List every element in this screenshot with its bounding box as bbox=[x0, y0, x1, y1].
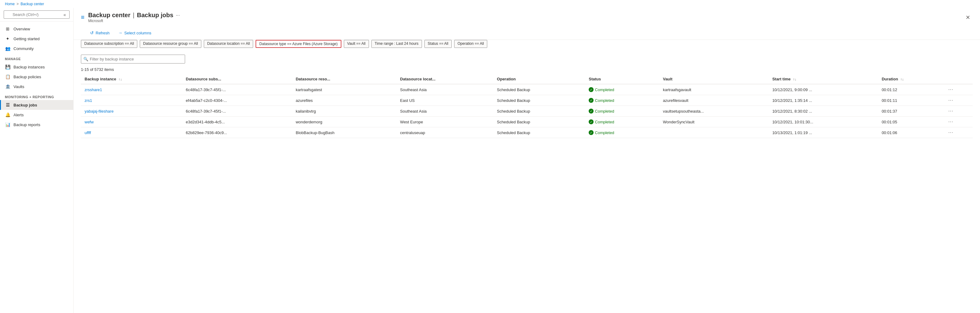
backup-instance-search[interactable] bbox=[81, 54, 185, 64]
cell-start-time: 10/12/2021, 9:00:09 ... bbox=[768, 84, 878, 95]
filter-operation[interactable]: Operation == All bbox=[454, 40, 487, 48]
refresh-button[interactable]: ↺ Refresh bbox=[88, 29, 111, 37]
table-header: Backup instance ↑↓ Datasource subs... Da… bbox=[81, 74, 973, 84]
col-datasource-subs[interactable]: Datasource subs... bbox=[182, 74, 292, 84]
sidebar-item-backup-policies[interactable]: 📋 Backup policies bbox=[0, 72, 73, 81]
cell-datasource-subs: 6c48fa17-39c7-45f1-... bbox=[182, 106, 292, 117]
cell-more[interactable]: ··· bbox=[945, 127, 973, 138]
sidebar-nav: ⊞ Overview ✦ Getting started 👥 Community… bbox=[0, 21, 73, 313]
community-icon: 👥 bbox=[5, 46, 10, 51]
col-actions bbox=[945, 74, 973, 84]
cell-status: ✓ Completed bbox=[585, 106, 659, 117]
sidebar-item-vaults[interactable]: 🏦 Vaults bbox=[0, 81, 73, 91]
cell-datasource-locat: centraluseuap bbox=[396, 127, 493, 138]
app-container: Home > Backup center 🔍 « ⊞ Overview ✦ bbox=[0, 0, 980, 313]
cell-operation: Scheduled Backup bbox=[493, 117, 585, 127]
table-row[interactable]: zrsshare1 6c48fa17-39c7-45f1-... kartraa… bbox=[81, 84, 973, 95]
filter-datasource-location[interactable]: Datasource location == All bbox=[204, 40, 253, 48]
cell-start-time: 10/12/2021, 10:01:30... bbox=[768, 117, 878, 127]
cell-more[interactable]: ··· bbox=[945, 84, 973, 95]
col-duration[interactable]: Duration ↑↓ bbox=[878, 74, 945, 84]
cell-more[interactable]: ··· bbox=[945, 95, 973, 106]
cell-datasource-locat: East US bbox=[396, 95, 493, 106]
breadcrumb-current[interactable]: Backup center bbox=[21, 2, 44, 6]
cell-datasource-reso: azurefiles bbox=[292, 95, 396, 106]
sidebar-item-label: Backup policies bbox=[13, 75, 41, 79]
cell-start-time: 10/12/2021, 1:35:14 ... bbox=[768, 95, 878, 106]
refresh-label: Refresh bbox=[95, 31, 110, 35]
sidebar-item-backup-instances[interactable]: 💾 Backup instances bbox=[0, 62, 73, 72]
filter-datasource-subscription[interactable]: Datasource subscription == All bbox=[81, 40, 137, 48]
sidebar-item-label: Community bbox=[13, 46, 34, 51]
status-label: Completed bbox=[595, 98, 614, 103]
cell-more[interactable]: ··· bbox=[945, 117, 973, 127]
sort-icon: ↑↓ bbox=[119, 77, 122, 81]
row-more-button[interactable]: ··· bbox=[948, 87, 953, 92]
select-columns-button[interactable]: → Select columns bbox=[116, 29, 153, 37]
sidebar-item-community[interactable]: 👥 Community bbox=[0, 43, 73, 53]
col-operation[interactable]: Operation bbox=[493, 74, 585, 84]
vaults-icon: 🏦 bbox=[5, 84, 10, 89]
cell-operation: Scheduled Backup bbox=[493, 106, 585, 117]
cell-datasource-locat: Southeast Asia bbox=[396, 106, 493, 117]
cell-backup-instance: zrs1 bbox=[81, 95, 182, 106]
cell-datasource-subs: ef4ab5a7-c2c0-4304-... bbox=[182, 95, 292, 106]
sidebar-item-label: Vaults bbox=[13, 85, 24, 89]
row-more-button[interactable]: ··· bbox=[948, 130, 953, 135]
main-layout: 🔍 « ⊞ Overview ✦ Getting started 👥 Commu… bbox=[0, 8, 980, 313]
filters-bar: Datasource subscription == All Datasourc… bbox=[73, 40, 980, 51]
col-backup-instance[interactable]: Backup instance ↑↓ bbox=[81, 74, 182, 84]
breadcrumb-home[interactable]: Home bbox=[5, 2, 15, 6]
cell-status: ✓ Completed bbox=[585, 127, 659, 138]
table-row[interactable]: wefw e3d2d341-4ddb-4c5... wonderdemorg W… bbox=[81, 117, 973, 127]
col-datasource-reso[interactable]: Datasource reso... bbox=[292, 74, 396, 84]
breadcrumb: Home > Backup center bbox=[0, 0, 980, 8]
page-header-top: ≡ Backup center | Backup jobs ··· Micros… bbox=[81, 12, 973, 26]
filter-datasource-resource-group[interactable]: Datasource resource group == All bbox=[140, 40, 201, 48]
sidebar-item-alerts[interactable]: 🔔 Alerts bbox=[0, 110, 73, 120]
monitoring-section-label: Monitoring + reporting bbox=[0, 91, 73, 100]
table-row[interactable]: yabajaj-fileshare 6c48fa17-39c7-45f1-...… bbox=[81, 106, 973, 117]
cell-duration: 00:01:12 bbox=[878, 84, 945, 95]
cell-backup-instance: wefw bbox=[81, 117, 182, 127]
filter-status[interactable]: Status == All bbox=[425, 40, 452, 48]
sidebar-item-backup-reports[interactable]: 📊 Backup reports bbox=[0, 120, 73, 129]
close-button[interactable]: ✕ bbox=[963, 13, 973, 22]
page-title: Backup center bbox=[88, 12, 130, 19]
search-input[interactable] bbox=[4, 10, 70, 19]
filter-datasource-type[interactable]: Datasource type == Azure Files (Azure St… bbox=[256, 40, 341, 48]
row-more-button[interactable]: ··· bbox=[948, 97, 953, 103]
toolbar: ↺ Refresh → Select columns bbox=[81, 26, 973, 40]
table-row[interactable]: uffff 62b829ee-7936-40c9... BlobBackup-B… bbox=[81, 127, 973, 138]
content-search-icon: 🔍 bbox=[83, 57, 88, 61]
cell-datasource-reso: kailanibvtrg bbox=[292, 106, 396, 117]
sidebar: 🔍 « ⊞ Overview ✦ Getting started 👥 Commu… bbox=[0, 8, 73, 313]
collapse-icon[interactable]: « bbox=[64, 12, 66, 17]
cell-operation: Scheduled Backup bbox=[493, 84, 585, 95]
cell-vault: kartraafsgavault bbox=[659, 84, 768, 95]
status-label: Completed bbox=[595, 109, 614, 113]
col-start-time[interactable]: Start time ↑↓ bbox=[768, 74, 878, 84]
sidebar-item-overview[interactable]: ⊞ Overview bbox=[0, 24, 73, 34]
col-status[interactable]: Status bbox=[585, 74, 659, 84]
cell-more[interactable]: ··· bbox=[945, 106, 973, 117]
col-datasource-locat[interactable]: Datasource locat... bbox=[396, 74, 493, 84]
col-vault[interactable]: Vault bbox=[659, 74, 768, 84]
table-row[interactable]: zrs1 ef4ab5a7-c2c0-4304-... azurefiles E… bbox=[81, 95, 973, 106]
sort-icon: ↑↓ bbox=[793, 77, 797, 81]
header-icon: ≡ bbox=[81, 14, 84, 21]
row-more-button[interactable]: ··· bbox=[948, 119, 953, 124]
header-more-button[interactable]: ··· bbox=[176, 13, 180, 18]
row-more-button[interactable]: ··· bbox=[948, 108, 953, 113]
items-count: 1-15 of 5732 items bbox=[73, 66, 980, 74]
sidebar-item-backup-jobs[interactable]: ☰ Backup jobs bbox=[0, 100, 73, 110]
filter-vault[interactable]: Vault == All bbox=[344, 40, 369, 48]
filter-time-range[interactable]: Time range : Last 24 hours bbox=[371, 40, 422, 48]
content-search: 🔍 bbox=[73, 51, 980, 66]
cell-datasource-locat: Southeast Asia bbox=[396, 84, 493, 95]
cell-datasource-subs: 6c48fa17-39c7-45f1-... bbox=[182, 84, 292, 95]
sidebar-item-getting-started[interactable]: ✦ Getting started bbox=[0, 34, 73, 43]
page-header: ≡ Backup center | Backup jobs ··· Micros… bbox=[73, 8, 980, 40]
alerts-icon: 🔔 bbox=[5, 112, 10, 117]
cell-duration: 00:01:06 bbox=[878, 127, 945, 138]
